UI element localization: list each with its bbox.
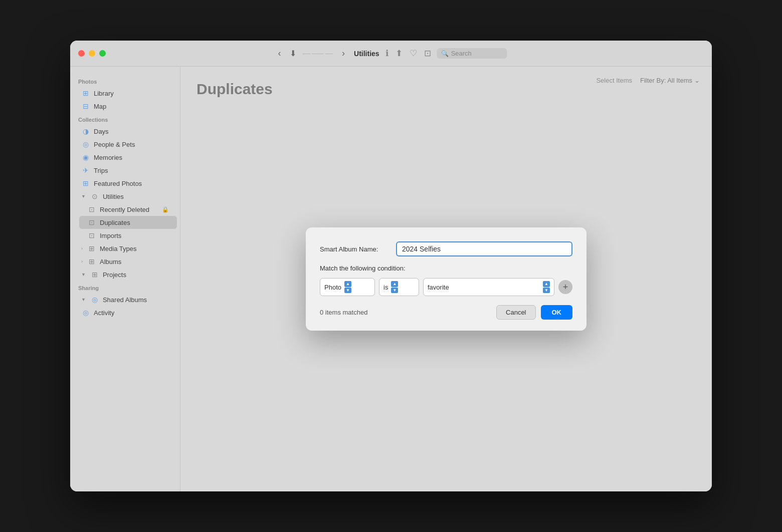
projects-label: Projects xyxy=(103,271,126,279)
info-icon[interactable]: ℹ xyxy=(385,48,388,59)
back-button[interactable]: ‹ xyxy=(275,47,284,60)
favorite-up-arrow[interactable]: ▲ xyxy=(543,281,550,287)
days-icon: ◑ xyxy=(81,127,90,135)
albums-label: Albums xyxy=(100,258,121,265)
sidebar-item-memories[interactable]: ◉ Memories xyxy=(73,151,177,164)
people-pets-label: People & Pets xyxy=(94,141,135,148)
favorite-select-label: favorite xyxy=(428,284,449,291)
recently-deleted-icon: ⊡ xyxy=(87,205,96,213)
forward-button[interactable]: › xyxy=(339,47,348,60)
sidebar-item-trips[interactable]: ✈ Trips xyxy=(73,164,177,177)
shared-albums-label: Shared Albums xyxy=(103,296,147,304)
is-down-arrow[interactable]: ▼ xyxy=(391,288,398,293)
featured-icon: ⊞ xyxy=(81,179,90,187)
memories-icon: ◉ xyxy=(81,153,90,161)
is-stepper: ▲ ▼ xyxy=(391,281,398,293)
sharing-section-label: Sharing xyxy=(70,281,180,293)
sidebar-item-activity[interactable]: ◎ Activity xyxy=(73,306,177,319)
favorite-select[interactable]: favorite ▲ ▼ xyxy=(423,278,554,296)
projects-expand-icon: ▼ xyxy=(81,272,86,277)
duplicates-icon: ⊡ xyxy=(87,218,96,226)
album-name-input[interactable] xyxy=(396,241,572,256)
is-select-label: is xyxy=(383,284,388,291)
shared-albums-expand-icon: ▼ xyxy=(81,297,86,302)
albums-icon: ⊞ xyxy=(87,257,96,265)
library-icon: ⊞ xyxy=(81,89,90,97)
album-name-row: Smart Album Name: xyxy=(320,241,572,256)
sidebar-item-media-types[interactable]: › ⊞ Media Types xyxy=(73,242,177,255)
crop-icon[interactable]: ⊡ xyxy=(424,48,431,59)
content-area: Duplicates Select Items Filter By: All I… xyxy=(180,67,712,491)
modal-overlay: Smart Album Name: Match the following co… xyxy=(180,67,712,491)
photo-select[interactable]: Photo ▲ ▼ xyxy=(320,278,375,296)
sidebar-item-shared-albums[interactable]: ▼ ◎ Shared Albums xyxy=(73,293,177,306)
items-matched-label: 0 items matched xyxy=(320,309,367,316)
sidebar-item-projects[interactable]: ▼ ⊞ Projects xyxy=(73,268,177,281)
utilities-sub: ⊡ Recently Deleted 🔒 ⊡ Duplicates ⊡ Impo… xyxy=(70,203,180,242)
photo-down-arrow[interactable]: ▼ xyxy=(344,288,351,293)
condition-label: Match the following condition: xyxy=(320,264,572,272)
imports-label: Imports xyxy=(100,232,121,239)
main-content: Photos ⊞ Library ⊟ Map Collections ◑ Day… xyxy=(70,67,712,491)
utilities-label: Utilities xyxy=(103,193,124,200)
modal-footer: 0 items matched Cancel OK xyxy=(320,305,572,320)
sidebar-item-duplicates[interactable]: ⊡ Duplicates xyxy=(79,216,177,229)
mac-window: ‹ ⬇ ── ─── ── › Utilities ℹ ⬆ ♡ ⊡ 🔍 Sear… xyxy=(70,41,712,491)
is-up-arrow[interactable]: ▲ xyxy=(391,281,398,287)
search-placeholder: Search xyxy=(451,50,472,57)
media-types-expand-icon: › xyxy=(81,246,83,251)
days-label: Days xyxy=(94,128,109,135)
heart-icon[interactable]: ♡ xyxy=(410,48,417,59)
minimize-button[interactable] xyxy=(89,50,95,57)
activity-icon: ◎ xyxy=(81,309,90,317)
is-select[interactable]: is ▲ ▼ xyxy=(379,278,419,296)
utilities-icon: ⊙ xyxy=(90,192,99,200)
sidebar-item-days[interactable]: ◑ Days xyxy=(73,125,177,138)
collections-section-label: Collections xyxy=(70,113,180,125)
lock-icon: 🔒 xyxy=(162,206,169,213)
traffic-lights xyxy=(78,50,106,57)
albums-expand-icon: › xyxy=(81,259,83,264)
map-label: Map xyxy=(94,103,106,110)
modal-buttons: Cancel OK xyxy=(496,305,572,320)
favorite-down-arrow[interactable]: ▼ xyxy=(543,288,550,293)
album-name-label: Smart Album Name: xyxy=(320,245,390,253)
photo-up-arrow[interactable]: ▲ xyxy=(344,281,351,287)
people-icon: ◎ xyxy=(81,140,90,148)
collapse-icon: ▼ xyxy=(81,194,86,199)
sidebar: Photos ⊞ Library ⊟ Map Collections ◑ Day… xyxy=(70,67,180,491)
title-bar-center: ‹ ⬇ ── ─── ── › Utilities ℹ ⬆ ♡ ⊡ 🔍 Sear… xyxy=(275,47,507,60)
sidebar-item-albums[interactable]: › ⊞ Albums xyxy=(73,255,177,268)
sidebar-item-map[interactable]: ⊟ Map xyxy=(73,100,177,113)
toolbar-title: Utilities xyxy=(354,50,379,58)
favorite-stepper: ▲ ▼ xyxy=(543,281,550,293)
media-types-icon: ⊞ xyxy=(87,244,96,252)
photo-stepper: ▲ ▼ xyxy=(344,281,351,293)
trips-label: Trips xyxy=(94,167,108,174)
sidebar-item-people-pets[interactable]: ◎ People & Pets xyxy=(73,138,177,151)
ok-button[interactable]: OK xyxy=(541,305,573,320)
window-import-icon: ⬇ xyxy=(290,49,296,58)
search-box[interactable]: 🔍 Search xyxy=(437,48,507,59)
map-icon: ⊟ xyxy=(81,102,90,110)
sidebar-item-library[interactable]: ⊞ Library xyxy=(73,87,177,100)
maximize-button[interactable] xyxy=(99,50,106,57)
sidebar-item-imports[interactable]: ⊡ Imports xyxy=(79,229,177,242)
sidebar-item-featured-photos[interactable]: ⊞ Featured Photos xyxy=(73,177,177,190)
close-button[interactable] xyxy=(78,50,85,57)
library-label: Library xyxy=(94,90,114,97)
featured-photos-label: Featured Photos xyxy=(94,180,142,187)
share-icon[interactable]: ⬆ xyxy=(396,48,403,59)
sidebar-item-utilities[interactable]: ▼ ⊙ Utilities xyxy=(73,190,177,203)
add-condition-button[interactable]: + xyxy=(558,280,572,294)
trips-icon: ✈ xyxy=(81,166,90,174)
projects-icon: ⊞ xyxy=(90,271,99,279)
search-icon: 🔍 xyxy=(441,50,449,57)
photos-section-label: Photos xyxy=(70,75,180,87)
title-bar: ‹ ⬇ ── ─── ── › Utilities ℹ ⬆ ♡ ⊡ 🔍 Sear… xyxy=(70,41,712,67)
sidebar-item-recently-deleted[interactable]: ⊡ Recently Deleted 🔒 xyxy=(79,203,177,216)
media-types-label: Media Types xyxy=(100,245,136,252)
recently-deleted-label: Recently Deleted xyxy=(100,206,149,213)
activity-label: Activity xyxy=(94,309,114,317)
cancel-button[interactable]: Cancel xyxy=(496,305,535,320)
